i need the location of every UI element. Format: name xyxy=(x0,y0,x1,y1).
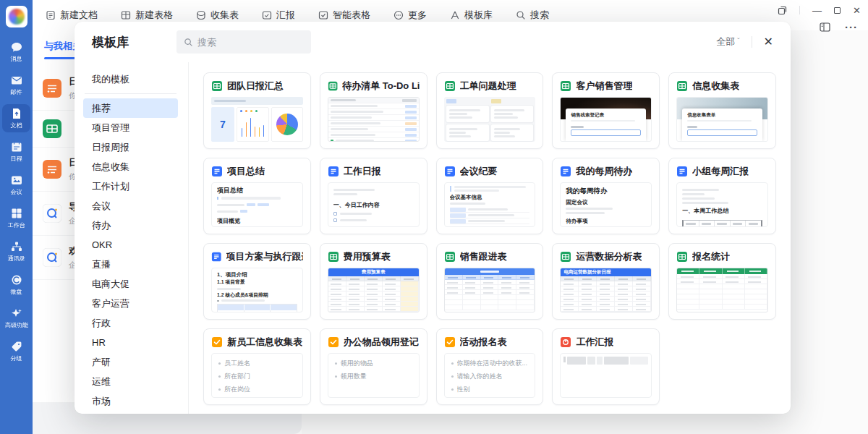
screen: 消息 邮件 文档 日程 会议 工作台 通讯录 微盘 xyxy=(0,0,868,434)
template-card[interactable]: 会议纪要 会议基本信息 xyxy=(436,158,544,234)
daily-report-icon xyxy=(43,79,61,98)
menu-item-meeting[interactable]: 会议 xyxy=(75,196,188,216)
template-card[interactable]: 项目方案与执行跟进 1、项目介绍 1.1 项目背景 1.2 核心成员&项目排期 xyxy=(203,243,311,320)
new-doc-icon xyxy=(46,10,56,20)
menu-item-recommended[interactable]: 推荐 xyxy=(83,98,178,118)
template-card[interactable]: 工作汇报 xyxy=(552,328,660,405)
template-card[interactable]: 新员工信息收集表 员工姓名 所在部门 所在岗位 星座 xyxy=(203,328,311,405)
menu-item-my-templates[interactable]: 我的模板 xyxy=(75,69,188,89)
menu-item-live[interactable]: 直播 xyxy=(75,255,188,274)
template-card[interactable]: 运营数据分析表 电商运营数据分析日报 xyxy=(552,243,660,320)
template-card[interactable]: 信息收集表 信息收集表单 xyxy=(668,72,776,149)
document-icon xyxy=(560,166,571,177)
card-preview: 会议基本信息 xyxy=(444,182,536,227)
grid-icon xyxy=(10,207,23,220)
template-card[interactable]: 报名统计 xyxy=(668,243,776,320)
card-preview: 项目总结 项目概览 xyxy=(211,182,303,227)
template-card[interactable]: 工单问题处理 xyxy=(436,72,544,149)
avatar[interactable] xyxy=(6,6,27,27)
sidebar-item-workbench[interactable]: 工作台 xyxy=(2,204,30,232)
sidebar-item-contacts[interactable]: 通讯录 xyxy=(2,237,30,265)
template-card[interactable]: 费用预算表 费用预算表 xyxy=(320,243,427,320)
card-preview: 我的每周待办 固定会议 待办事项 xyxy=(560,182,652,227)
more-options-icon[interactable]: ··· xyxy=(845,22,858,33)
avatar-image xyxy=(9,9,25,25)
spreadsheet-icon xyxy=(43,119,61,138)
menu-item-daily-weekly[interactable]: 日报周报 xyxy=(75,137,188,157)
form-icon xyxy=(211,336,223,348)
minimize-icon[interactable]: — xyxy=(812,6,822,15)
template-card[interactable]: 小组每周汇报 一、本周工作总结 xyxy=(668,158,776,234)
menu-item-rnd[interactable]: 产研 xyxy=(75,352,188,372)
maximize-icon[interactable] xyxy=(834,7,841,14)
toolbar-report[interactable]: 汇报 xyxy=(262,9,295,22)
toolbar-smart-sheet[interactable]: 智能表格 xyxy=(318,9,370,22)
menu-item-finance[interactable]: 财务 xyxy=(75,411,188,414)
sidebar-item-mail[interactable]: 邮件 xyxy=(2,71,30,99)
template-card[interactable]: 办公物品领用登记 领用的物品 领用数量 xyxy=(320,328,427,405)
template-card[interactable]: 客户销售管理 销售线索登记表 xyxy=(552,72,660,149)
menu-item-ops[interactable]: 运维 xyxy=(75,372,188,391)
card-preview xyxy=(328,97,420,142)
window-controls: — ✕ xyxy=(778,0,861,20)
message-icon xyxy=(10,41,23,54)
template-library-modal: 模板库 全部ˇ ✕ 我的模板 推荐 项目管理 日报周报 信息收集 工作计划 会议 xyxy=(75,22,791,414)
menu-item-work-plan[interactable]: 工作计划 xyxy=(75,176,188,196)
org-chart-icon xyxy=(10,240,23,253)
close-icon[interactable]: ✕ xyxy=(764,36,773,48)
toolbar-collect-form[interactable]: 收集表 xyxy=(196,9,239,22)
modal-title: 模板库 xyxy=(92,34,129,51)
layout-icon[interactable] xyxy=(820,22,830,32)
sidebar-item-messages[interactable]: 消息 xyxy=(2,38,30,66)
menu-item-project-mgmt[interactable]: 项目管理 xyxy=(75,118,188,137)
spreadsheet-icon xyxy=(676,80,688,92)
drive-icon xyxy=(10,273,23,286)
template-card[interactable]: 项目总结 项目总结 项目概览 xyxy=(203,158,311,234)
menu-item-admin[interactable]: 行政 xyxy=(75,313,188,333)
template-card[interactable]: 活动报名表 你期待在活动中的收获... 请输入你的姓名 性别 你所在部门 xyxy=(436,328,544,405)
template-card[interactable]: 我的每周待办 我的每周待办 固定会议 待办事项 xyxy=(552,158,660,234)
sidebar-item-docs[interactable]: 文档 xyxy=(2,104,30,132)
filter-dropdown[interactable]: 全部ˇ xyxy=(716,35,739,48)
sidebar-item-group[interactable]: 分组 xyxy=(2,337,30,365)
template-card[interactable]: 团队日报汇总 7 xyxy=(203,72,311,149)
spreadsheet-icon xyxy=(328,251,339,263)
toolbar-new-sheet[interactable]: 新建表格 xyxy=(121,9,173,22)
template-search-box[interactable] xyxy=(176,30,311,54)
chevron-down-icon: ˇ xyxy=(737,38,739,46)
sidebar-item-calendar[interactable]: 日程 xyxy=(2,137,30,166)
card-preview: 一、今日工作内容 xyxy=(328,182,420,227)
form-icon xyxy=(444,336,456,348)
search-input[interactable] xyxy=(197,37,292,48)
search-icon xyxy=(184,38,193,47)
popup-window-icon[interactable] xyxy=(778,6,787,15)
card-preview: 你期待在活动中的收获... 请输入你的姓名 性别 你所在部门 xyxy=(444,353,536,398)
document-icon xyxy=(211,166,223,177)
toolbar-search[interactable]: 搜索 xyxy=(516,9,549,22)
smart-sheet-icon xyxy=(318,10,328,20)
window-close-icon[interactable]: ✕ xyxy=(853,5,861,16)
sidebar-item-meeting[interactable]: 会议 xyxy=(2,171,30,199)
sidebar-item-drive[interactable]: 微盘 xyxy=(2,271,30,299)
toolbar-more[interactable]: 更多 xyxy=(393,9,427,22)
menu-item-hr[interactable]: HR xyxy=(75,333,188,352)
template-card[interactable]: 待办清单 To-Do List xyxy=(320,72,427,149)
collect-form-icon xyxy=(196,10,206,20)
template-card[interactable]: 销售跟进表 xyxy=(436,243,544,320)
template-card[interactable]: 工作日报 一、今日工作内容 xyxy=(320,158,427,234)
spreadsheet-icon xyxy=(676,251,688,263)
menu-item-info-collect[interactable]: 信息收集 xyxy=(75,157,188,176)
toolbar-new-doc[interactable]: 新建文档 xyxy=(46,9,98,22)
card-preview xyxy=(444,97,536,142)
sidebar-item-advanced[interactable]: 高级功能 xyxy=(2,304,30,332)
card-preview: 领用的物品 领用数量 xyxy=(328,353,420,398)
menu-item-todo[interactable]: 待办 xyxy=(75,216,188,235)
menu-item-marketing[interactable]: 市场 xyxy=(75,391,188,411)
menu-item-okr[interactable]: OKR xyxy=(75,235,188,255)
spreadsheet-icon xyxy=(444,80,456,92)
divider xyxy=(85,93,176,94)
new-sheet-icon xyxy=(121,10,131,20)
toolbar-template-library[interactable]: 模板库 xyxy=(450,9,493,22)
menu-item-customer-ops[interactable]: 客户运营 xyxy=(75,294,188,313)
menu-item-ecommerce[interactable]: 电商大促 xyxy=(75,274,188,294)
